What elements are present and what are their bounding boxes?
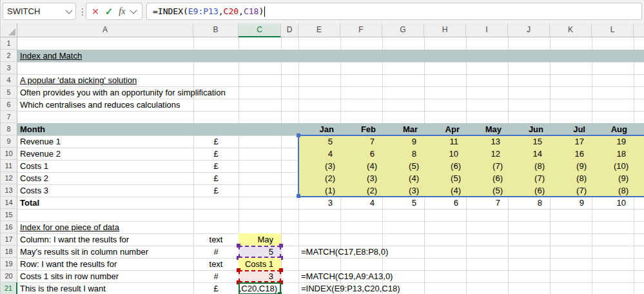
cell-value[interactable]: 19 xyxy=(592,135,634,148)
row-header-15[interactable]: 15 xyxy=(1,209,17,221)
cell-value[interactable]: (9) xyxy=(592,172,634,184)
cell-total-value[interactable]: 9 xyxy=(550,197,592,209)
row-header-4[interactable]: 4 xyxy=(1,74,17,86)
cell-value[interactable]: 13 xyxy=(466,135,508,148)
row-header-19[interactable]: 19 xyxy=(1,258,17,270)
column-header-H[interactable]: H xyxy=(424,23,466,37)
cell-value[interactable]: (3) xyxy=(382,184,424,197)
cell-row-label[interactable]: Costs 3 xyxy=(20,184,193,197)
cell-value[interactable]: (7) xyxy=(466,160,508,172)
insert-function-icon[interactable]: fx xyxy=(119,6,125,17)
cell-value[interactable]: (8) xyxy=(592,184,634,197)
row-header-6[interactable]: 6 xyxy=(1,99,17,111)
name-box-value[interactable]: SWITCH xyxy=(7,6,40,16)
column-header-K[interactable]: K xyxy=(550,23,592,37)
column-header-I[interactable]: I xyxy=(466,23,508,37)
cell-value[interactable]: (1) xyxy=(298,184,340,197)
formula-segment[interactable]: , xyxy=(239,6,244,16)
cell-value[interactable]: (2) xyxy=(340,184,382,197)
row-header-12[interactable]: 12 xyxy=(1,172,17,184)
cell-total-value[interactable]: 3 xyxy=(298,197,340,209)
cell-value[interactable]: 17 xyxy=(550,135,592,148)
row-header-8[interactable]: 8 xyxy=(1,123,17,135)
cell-value[interactable]: 8 xyxy=(382,148,424,160)
row-header-16[interactable]: 16 xyxy=(1,221,17,233)
cell-formula-text[interactable]: =MATCH(C19,A9:A13,0) xyxy=(301,270,514,282)
cell-month[interactable]: Jun xyxy=(508,123,550,135)
cell-formula-text[interactable]: =INDEX(E9:P13,C20,C18) xyxy=(301,282,514,294)
cancel-icon[interactable]: × xyxy=(92,5,99,17)
row-header-10[interactable]: 10 xyxy=(1,148,17,160)
column-header-A[interactable]: A xyxy=(17,23,193,37)
formula-segment[interactable]: , xyxy=(219,6,224,16)
cell-total-value[interactable]: 4 xyxy=(340,197,382,209)
cell-lookup-label[interactable]: Column: I want the results for xyxy=(20,233,193,246)
chevron-down-icon[interactable] xyxy=(65,6,72,14)
cell-row-label[interactable]: Revenue 1 xyxy=(20,135,193,148)
cell-value[interactable]: (8) xyxy=(550,172,592,184)
row-header-11[interactable]: 11 xyxy=(1,160,17,172)
cell-currency[interactable]: £ xyxy=(193,160,239,172)
cell-month[interactable]: Feb xyxy=(340,123,382,135)
column-header-partial[interactable] xyxy=(634,23,644,37)
cell-note[interactable]: Which centralises and reduces calculatio… xyxy=(20,99,291,111)
cell-title[interactable]: Index and Match xyxy=(20,50,226,62)
formula-segment[interactable]: =INDEX( xyxy=(153,6,188,16)
cell-value[interactable]: (6) xyxy=(424,160,466,172)
cell-value[interactable]: (5) xyxy=(424,172,466,184)
cell-value[interactable]: 9 xyxy=(382,135,424,148)
cell-currency[interactable]: £ xyxy=(193,172,239,184)
cell-lookup-label[interactable]: May's results sit in column number xyxy=(20,246,193,258)
cell-value[interactable]: (4) xyxy=(382,172,424,184)
cell-row-label[interactable]: Costs 2 xyxy=(20,172,193,184)
cell-value[interactable]: 12 xyxy=(466,148,508,160)
cell-value[interactable]: (6) xyxy=(466,172,508,184)
cell-total-value[interactable]: 10 xyxy=(592,197,634,209)
row-header-1[interactable]: 1 xyxy=(1,37,17,50)
edit-cell-text[interactable]: 3,C20,C18) xyxy=(239,284,277,293)
cell-month[interactable]: Apr xyxy=(424,123,466,135)
cell-lookup-label[interactable]: This is the result I want xyxy=(20,282,193,294)
cell-value[interactable]: 10 xyxy=(424,148,466,160)
column-header-L[interactable]: L xyxy=(592,23,634,37)
cell-value[interactable]: (7) xyxy=(508,172,550,184)
cell-section-heading[interactable]: Index for one piece of data xyxy=(20,221,213,233)
column-header-B[interactable]: B xyxy=(193,23,239,37)
cell-value[interactable]: 11 xyxy=(424,135,466,148)
cell-currency[interactable]: £ xyxy=(193,184,239,197)
cell-value[interactable]: (4) xyxy=(340,160,382,172)
cell-total-value[interactable]: 5 xyxy=(382,197,424,209)
range-handle[interactable] xyxy=(279,244,283,248)
cell-value[interactable]: (8) xyxy=(508,160,550,172)
cell-total-value[interactable]: 6 xyxy=(424,197,466,209)
row-header-5[interactable]: 5 xyxy=(1,86,17,99)
cell-value[interactable]: 18 xyxy=(592,148,634,160)
formula-segment[interactable]: C20 xyxy=(224,6,239,16)
cell-month[interactable]: Jul xyxy=(550,123,592,135)
cell-month-label[interactable]: Month xyxy=(20,123,149,135)
row-header-21[interactable]: 21 xyxy=(1,282,17,294)
cell-lookup-label[interactable]: Row: I want the results for xyxy=(20,258,193,270)
column-header-J[interactable]: J xyxy=(508,23,550,37)
cell-subtitle[interactable]: A popular 'data picking' solution xyxy=(20,74,226,86)
column-header-G[interactable]: G xyxy=(382,23,424,37)
cell-month[interactable]: Mar xyxy=(382,123,424,135)
column-header-F[interactable]: F xyxy=(340,23,382,37)
chevron-down-icon[interactable] xyxy=(130,6,137,14)
column-header-C[interactable]: C xyxy=(239,23,281,37)
cell-row-label[interactable]: Revenue 2 xyxy=(20,148,193,160)
formula-input[interactable]: =INDEX(E9:P13,C20,C18) xyxy=(146,3,642,20)
cell-unit[interactable]: £ xyxy=(193,282,239,294)
cell-value[interactable]: (7) xyxy=(550,184,592,197)
cell-formula-text[interactable]: =MATCH(C17,E8:P8,0) xyxy=(301,246,514,258)
name-box[interactable]: SWITCH xyxy=(3,3,76,20)
cell-lookup-label[interactable]: Costs 1 sits in row number xyxy=(20,270,193,282)
column-header-D[interactable]: D xyxy=(281,23,298,37)
row-header-3[interactable]: 3 xyxy=(1,62,17,74)
cell-value[interactable]: (5) xyxy=(466,184,508,197)
cell-value[interactable]: (4) xyxy=(424,184,466,197)
formula-segment[interactable]: E9:P13 xyxy=(188,6,219,16)
cell-value[interactable]: (2) xyxy=(298,172,340,184)
row-header-9[interactable]: 9 xyxy=(1,135,17,148)
range-handle[interactable] xyxy=(279,268,283,272)
